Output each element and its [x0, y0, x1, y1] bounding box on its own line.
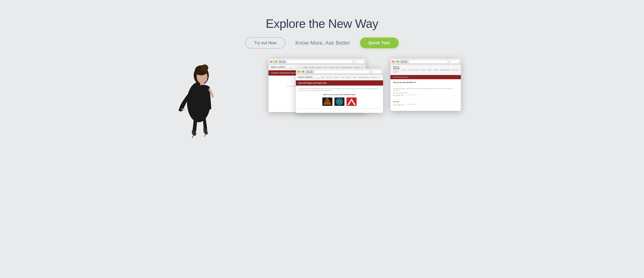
rating-result-label-1: Here are the detailed result:: [393, 92, 458, 93]
nav-home-r[interactable]: HOME: [402, 69, 405, 71]
svg-marker-3: [325, 100, 330, 104]
nav-videos-r[interactable]: VIDEOS: [434, 69, 438, 71]
nav-purchase-r[interactable]: PURCHASE: [452, 69, 458, 71]
nav-styles-c[interactable]: STYLES: [340, 77, 344, 78]
browser-window-center: ‹ › Q MODAL SURVEY WordPress Survey and …: [296, 69, 383, 113]
nav-docs[interactable]: DOCUMENTATION: [342, 67, 352, 68]
search-bar-right[interactable]: Q: [449, 60, 459, 63]
forward-btn[interactable]: ›: [282, 60, 286, 63]
svg-point-13: [201, 64, 208, 71]
rating-section-2: with Stars ★ ★ ★ ★ ☆ 4.10 | 300 votes: [393, 101, 458, 106]
svg-line-16: [192, 135, 194, 138]
nav-links-left: HOME FEATURES SOCIAL STYLES CHARTS VIDEO…: [304, 67, 363, 68]
nav-charts-r[interactable]: CHARTS: [427, 69, 432, 71]
nav-search-icon-c[interactable]: 🔍: [379, 77, 380, 78]
url-bar-center[interactable]: [314, 70, 370, 73]
browser-dots: [270, 61, 277, 62]
quiz-images-row: [298, 98, 380, 106]
quiz-header: Quiz with Images and Progress Bar: [296, 80, 383, 86]
star-e5[interactable]: ☆: [402, 84, 404, 87]
brand-left: MODAL SURVEY: [271, 66, 293, 68]
survey-nav-center: MODAL SURVEY WordPress Survey and Feedba…: [296, 75, 383, 80]
svg-line-17: [204, 134, 206, 137]
choice-icon-3: [346, 98, 356, 106]
rating-stars-filled-1: ★ ★ ★ ★ ☆ 4.10 | 360 votes: [393, 94, 458, 97]
quick-tour-button[interactable]: Quick Tour: [360, 37, 399, 48]
dot-close-r: [392, 61, 394, 62]
forward-btn-r[interactable]: ›: [404, 60, 407, 63]
star-e2[interactable]: ☆: [396, 84, 397, 87]
dot-maximize-r: [397, 61, 399, 62]
rating-count-2: 4.10 | 300 votes: [407, 104, 417, 106]
star-f2: ★: [396, 94, 398, 97]
nav-purchase-c[interactable]: PURCHASE: [371, 77, 377, 78]
woman-svg: [168, 55, 232, 139]
dot-close: [270, 61, 272, 62]
nav-social[interactable]: SOCIAL: [317, 67, 321, 68]
dot-maximize-c: [302, 71, 304, 73]
rating-stars-empty-1: ☆ ☆ ☆ ☆ ☆: [393, 84, 458, 87]
star-e1[interactable]: ☆: [393, 84, 395, 87]
rating-title-2: with Stars: [393, 101, 458, 103]
quiz-desc: The example below is demonstrating how e…: [298, 88, 380, 91]
try-now-button[interactable]: Try out Now: [245, 37, 285, 49]
url-bar-right[interactable]: [409, 60, 448, 63]
divider-1: [393, 99, 458, 99]
back-btn-r[interactable]: ‹: [401, 60, 404, 63]
nav-links-center: HOME FEATURES SOCIAL STYLES CHARTS VIDEO…: [321, 77, 380, 78]
url-bar-left[interactable]: [287, 60, 353, 63]
svg-rect-15: [182, 109, 184, 110]
nav-purchase[interactable]: PURCHASE: [353, 67, 360, 68]
cta-row: Try out Now Know More, Ask Better Quick …: [168, 37, 476, 49]
nav-videos[interactable]: VIDEOS: [336, 67, 340, 68]
star-f4: ★: [401, 94, 403, 97]
screenshots-area: ‹ › Q MODAL SURVEY WordPress Survey and …: [168, 59, 476, 139]
nav-features-c[interactable]: FEATURES: [326, 77, 332, 78]
nav-social-c[interactable]: SOCIAL: [334, 77, 338, 78]
star-e3[interactable]: ☆: [398, 84, 400, 87]
back-btn-c[interactable]: ‹: [306, 70, 309, 73]
nav-styles[interactable]: STYLES: [323, 67, 327, 68]
nav-charts-c[interactable]: CHARTS: [346, 77, 351, 78]
quiz-question: Which one is the part of the PhotoDune l…: [298, 94, 380, 96]
tagline-text: Know More, Ask Better: [295, 40, 350, 46]
browser-nav-btns-c: ‹ ›: [306, 70, 313, 73]
star-f8: ★: [398, 104, 401, 106]
nav-features-r[interactable]: FEATURES: [407, 69, 413, 71]
browser-toolbar-center: ‹ › Q: [296, 69, 383, 75]
nav-styles-r[interactable]: STYLES: [421, 69, 426, 71]
forward-btn-c[interactable]: ›: [310, 70, 313, 73]
rating-title-1: How do you like WordPress?: [393, 82, 458, 83]
choice-icon-1: [322, 98, 332, 106]
quiz-choice-3[interactable]: [346, 98, 356, 106]
survey-header-right: Star Rating Question: [390, 75, 461, 79]
nav-features[interactable]: FEATURES: [309, 67, 315, 68]
star-f7: ★: [396, 104, 398, 106]
star-h1: ☆: [404, 94, 406, 97]
nav-search-icon[interactable]: 🔍: [362, 67, 363, 68]
svg-point-5: [338, 100, 341, 103]
nav-home-c[interactable]: HOME: [321, 77, 324, 78]
browser-window-right: ‹ › Q MODAL SURVEY WordPress Survey and …: [390, 59, 461, 111]
browser-dots-right: [392, 61, 399, 62]
dot-minimize: [273, 61, 274, 62]
quiz-progress-label: 0%: [298, 110, 380, 111]
back-btn[interactable]: ‹: [279, 60, 282, 63]
quiz-choice-2[interactable]: [334, 98, 344, 106]
nav-docs-c[interactable]: DOCUMENTATION: [359, 77, 369, 78]
star-e4[interactable]: ☆: [400, 84, 402, 87]
star-f6: ★: [393, 104, 395, 106]
browser-nav-btns: ‹ ›: [279, 60, 286, 63]
dot-minimize-c: [300, 71, 302, 73]
search-bar-center[interactable]: Q: [371, 70, 381, 73]
nav-docs-r[interactable]: DOCUMENTATION: [440, 69, 450, 71]
browser-dots-center: [298, 71, 304, 73]
nav-home[interactable]: HOME: [304, 67, 307, 68]
nav-social-r[interactable]: SOCIAL: [415, 69, 420, 71]
search-bar-left[interactable]: Q: [354, 60, 364, 63]
survey-nav-right: MODAL SURVEY WordPress Survey and Feedba…: [390, 65, 461, 75]
nav-charts[interactable]: CHARTS: [329, 67, 334, 68]
quiz-choice-1[interactable]: [322, 98, 332, 106]
page-title: Explore the New Way: [168, 17, 476, 30]
nav-videos-c[interactable]: VIDEOS: [353, 77, 357, 78]
